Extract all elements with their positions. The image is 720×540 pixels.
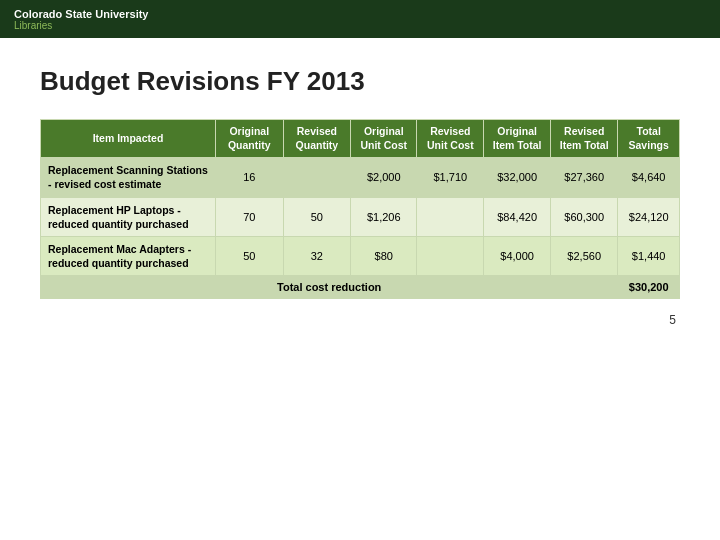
logo-area: Colorado State University Libraries: [14, 8, 148, 31]
university-name: Colorado State University: [14, 8, 148, 20]
page-title: Budget Revisions FY 2013: [40, 66, 680, 97]
main-content: Budget Revisions FY 2013 Item Impacted O…: [0, 38, 720, 347]
col-revised-qty: Revised Quantity: [283, 120, 351, 158]
table-cell: $27,360: [551, 158, 618, 197]
table-cell: Replacement Mac Adapters - reduced quant…: [41, 236, 216, 275]
table-cell: $1,440: [618, 236, 680, 275]
table-row: Replacement Mac Adapters - reduced quant…: [41, 236, 680, 275]
footer-label: Total cost reduction: [41, 276, 618, 299]
table-cell: 16: [216, 158, 284, 197]
budget-table: Item Impacted Original Quantity Revised …: [40, 119, 680, 299]
table-cell: 50: [283, 197, 351, 236]
table-row: Replacement HP Laptops - reduced quantit…: [41, 197, 680, 236]
header-bar: Colorado State University Libraries: [0, 0, 720, 38]
col-revised-unit-cost: Revised Unit Cost: [417, 120, 484, 158]
page-number: 5: [40, 313, 680, 327]
table-cell: $1,710: [417, 158, 484, 197]
table-cell: $84,420: [484, 197, 551, 236]
table-cell: [283, 158, 351, 197]
table-cell: $4,640: [618, 158, 680, 197]
footer-value: $30,200: [618, 276, 680, 299]
table-cell: $24,120: [618, 197, 680, 236]
col-original-unit-cost: Original Unit Cost: [351, 120, 417, 158]
table-cell: [417, 236, 484, 275]
table-footer-row: Total cost reduction$30,200: [41, 276, 680, 299]
col-item-impacted: Item Impacted: [41, 120, 216, 158]
col-original-qty: Original Quantity: [216, 120, 284, 158]
col-original-item-total: Original Item Total: [484, 120, 551, 158]
table-header-row: Item Impacted Original Quantity Revised …: [41, 120, 680, 158]
table-cell: $2,000: [351, 158, 417, 197]
table-cell: $80: [351, 236, 417, 275]
table-cell: Replacement Scanning Stations - revised …: [41, 158, 216, 197]
table-cell: 70: [216, 197, 284, 236]
table-cell: $2,560: [551, 236, 618, 275]
table-cell: $1,206: [351, 197, 417, 236]
col-revised-item-total: Revised Item Total: [551, 120, 618, 158]
table-row: Replacement Scanning Stations - revised …: [41, 158, 680, 197]
table-cell: 50: [216, 236, 284, 275]
table-cell: $60,300: [551, 197, 618, 236]
libraries-label: Libraries: [14, 20, 148, 31]
table-cell: $4,000: [484, 236, 551, 275]
table-cell: Replacement HP Laptops - reduced quantit…: [41, 197, 216, 236]
table-cell: $32,000: [484, 158, 551, 197]
table-cell: 32: [283, 236, 351, 275]
col-total-savings: Total Savings: [618, 120, 680, 158]
table-cell: [417, 197, 484, 236]
